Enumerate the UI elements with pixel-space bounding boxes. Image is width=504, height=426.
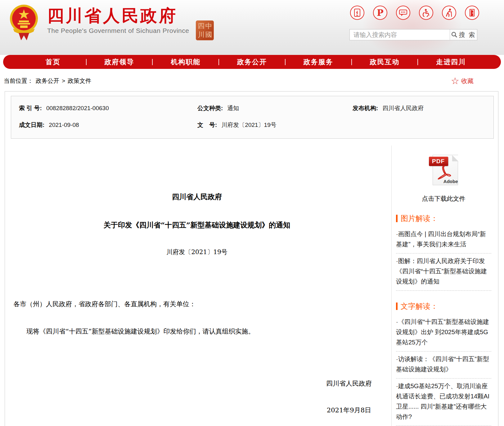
meta-issuing-agency: 发布机构: 四川省人民政府 — [353, 104, 424, 112]
list-item[interactable]: ·建成5G基站25万个、取消川渝座机通话长途费、已成功发射14颗AI卫星....… — [396, 379, 491, 426]
favorite-label: 收藏 — [461, 77, 474, 85]
content-box: 索 引 号: 008282882/2021-00630 公文种类: 通知 发布机… — [5, 91, 498, 426]
search-button-label: 搜 索 — [459, 31, 476, 39]
meta-label: 文 号: — [197, 121, 217, 129]
meta-value: 通知 — [227, 104, 239, 112]
page: 四川省人民政府 The People's Government of Sichu… — [0, 0, 504, 426]
pdf-fold-corner — [452, 155, 458, 161]
document-body-paragraph: 现将《四川省“十四五”新型基础设施建设规划》印发给你们，请认真组织实施。 — [13, 327, 380, 336]
meta-value: 2021-09-08 — [49, 122, 79, 128]
china-sichuan-seal-icon: 四 中 川 國 — [196, 20, 214, 40]
section-accent-bar — [396, 303, 398, 310]
favorite-button[interactable]: ☆ 收藏 — [451, 76, 474, 86]
national-emblem-icon — [9, 2, 38, 41]
meta-label: 索 引 号: — [19, 104, 42, 112]
pdf-download-block: PDF Adobe 点击下载此文件 — [396, 149, 491, 203]
brand-text: 四川省人民政府 The People's Government of Sichu… — [47, 2, 189, 34]
exit-door-icon[interactable] — [465, 6, 479, 20]
search-button[interactable]: 搜 索 — [450, 29, 477, 40]
header-right: P — [349, 6, 480, 40]
meta-label: 公文种类: — [197, 104, 223, 112]
message-chat-icon[interactable] — [396, 6, 410, 20]
list-item[interactable]: ·《四川省“十四五”新型基础设施建设规划》出炉 到2025年将建成5G基站25万… — [396, 314, 491, 352]
meta-value: 四川省人民政府 — [382, 104, 424, 112]
main-nav: 首页 政府领导 机构职能 政务公开 政务服务 政民互动 走进四川 — [3, 55, 501, 69]
breadcrumb-separator: > — [62, 78, 65, 84]
breadcrumb-row: 当前位置： 政务公开 > 政策文件 ☆ 收藏 — [0, 69, 504, 91]
nav-item-gov-leaders[interactable]: 政府领导 — [87, 57, 152, 67]
section-title: 文字解读： — [401, 301, 438, 311]
accessibility-wheelchair-icon[interactable] — [419, 6, 433, 20]
pdf-download-link[interactable]: 点击下载此文件 — [396, 195, 491, 203]
quick-icons: P — [349, 6, 480, 20]
seal-char: 四 — [197, 22, 205, 30]
search-icon — [451, 32, 457, 38]
meta-doc-type: 公文种类: 通知 — [197, 104, 353, 112]
site-subtitle: The People's Government of Sichuan Provi… — [47, 27, 189, 34]
text-interpretation-section: 文字解读： ·《四川省“十四五”新型基础设施建设规划》出炉 到2025年将建成5… — [396, 301, 491, 426]
pdf-file-icon[interactable]: PDF Adobe — [429, 154, 459, 186]
breadcrumb: 当前位置： 政务公开 > 政策文件 — [4, 77, 91, 85]
nav-item-gov-affairs[interactable]: 政务公开 — [219, 57, 285, 67]
seal-char: 國 — [205, 30, 212, 39]
meta-row: 索 引 号: 008282882/2021-00630 公文种类: 通知 发布机… — [19, 104, 486, 112]
section-header: 文字解读： — [396, 301, 491, 311]
document-article: 四川省人民政府 关于印发《四川省“十四五”新型基础设施建设规划》的通知 川府发〔… — [11, 146, 391, 426]
document-org-title: 四川省人民政府 — [13, 192, 380, 202]
content-columns: 四川省人民政府 关于印发《四川省“十四五”新型基础设施建设规划》的通知 川府发〔… — [11, 146, 494, 426]
list-item[interactable]: ·图解：四川省人民政府关于印发《四川省“十四五”新型基础设施建设规划》的通知 — [396, 253, 491, 291]
pdf-badge: PDF — [429, 157, 448, 166]
seal-char: 川 — [197, 30, 205, 39]
nav-item-enter-sichuan[interactable]: 走进四川 — [418, 57, 484, 67]
adobe-label: Adobe — [443, 179, 458, 184]
document-meta-box: 索 引 号: 008282882/2021-00630 公文种类: 通知 发布机… — [11, 96, 494, 139]
meta-value: 川府发〔2021〕19号 — [221, 121, 276, 129]
meta-value: 008282882/2021-00630 — [46, 105, 109, 112]
government-media-p-icon[interactable]: P — [373, 6, 387, 20]
seal-char: 中 — [205, 22, 212, 30]
document-salutation: 各市（州）人民政府，省政府各部门、各直属机构，有关单位： — [13, 300, 380, 308]
nav-item-interaction[interactable]: 政民互动 — [352, 57, 418, 67]
breadcrumb-link-gov-affairs[interactable]: 政务公开 — [36, 77, 59, 85]
mobile-app-icon[interactable] — [350, 6, 364, 20]
document-number: 川府发〔2021〕19号 — [13, 248, 380, 256]
meta-label: 成文日期: — [19, 121, 44, 129]
document-title: 关于印发《四川省“十四五”新型基础设施建设规划》的通知 — [13, 220, 380, 230]
image-interpretation-section: 图片解读： ·画图点今 | 四川出台规划布局“新基建”，事关我们未来生活 ·图解… — [396, 213, 491, 291]
p-glyph: P — [377, 8, 383, 18]
elderly-mode-icon[interactable] — [442, 6, 456, 20]
nav-item-org-functions[interactable]: 机构职能 — [153, 57, 218, 67]
nav-item-gov-services[interactable]: 政务服务 — [286, 57, 351, 67]
meta-doc-number: 文 号: 川府发〔2021〕19号 — [197, 121, 353, 129]
section-accent-bar — [396, 215, 398, 222]
section-header: 图片解读： — [396, 213, 491, 223]
star-icon: ☆ — [451, 76, 459, 86]
breadcrumb-label: 当前位置： — [4, 77, 33, 85]
section-title: 图片解读： — [401, 213, 438, 223]
site-title: 四川省人民政府 — [47, 6, 189, 26]
meta-label: 发布机构: — [353, 104, 378, 112]
adobe-swoosh-icon — [437, 165, 451, 180]
document-date: 2021年9月8日 — [13, 406, 380, 415]
brand: 四川省人民政府 The People's Government of Sichu… — [9, 2, 214, 41]
meta-index-number: 索 引 号: 008282882/2021-00630 — [19, 104, 197, 112]
nav-item-home[interactable]: 首页 — [20, 57, 86, 67]
sidebar: PDF Adobe 点击下载此文件 图片解读： ·画图点今 | 四川出台规划布局… — [391, 146, 494, 426]
meta-issue-date: 成文日期: 2021-09-08 — [19, 121, 197, 129]
site-header: 四川省人民政府 The People's Government of Sichu… — [0, 0, 504, 55]
search-input[interactable] — [350, 29, 450, 40]
meta-row: 成文日期: 2021-09-08 文 号: 川府发〔2021〕19号 — [19, 121, 486, 129]
list-item[interactable]: ·访谈解读：《四川省“十四五”新型基础设施建设规划》 — [396, 352, 491, 379]
document-signature: 四川省人民政府 — [13, 379, 380, 388]
breadcrumb-link-policy-docs[interactable]: 政策文件 — [68, 77, 91, 85]
list-item[interactable]: ·画图点今 | 四川出台规划布局“新基建”，事关我们未来生活 — [396, 226, 491, 253]
search-bar: 搜 索 — [349, 29, 477, 40]
